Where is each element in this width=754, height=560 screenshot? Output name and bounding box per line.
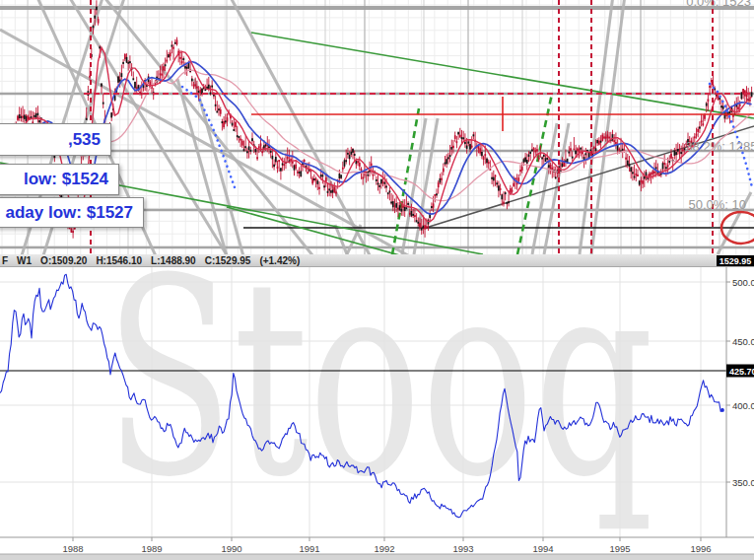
- fibonacci-label: 38.2%: 1285.: [685, 139, 754, 154]
- tooltip-text: aday low: $1527: [6, 203, 133, 223]
- change-value: (+1.42%): [259, 255, 300, 266]
- symbol-label: F: [2, 255, 8, 266]
- last-price-box: 1529.95: [717, 255, 754, 266]
- bottom-chart-canvas[interactable]: Stooq500.00450.00425.70400.00350.0019881…: [0, 254, 754, 560]
- tooltip-text: ,535: [68, 130, 101, 150]
- tooltip-text: low: $1524: [24, 170, 108, 189]
- x-axis-year-label: 1991: [299, 543, 319, 554]
- x-axis-year-label: 1995: [609, 543, 630, 554]
- bottom-chart-header: F W1 O:1509.20 H:1546.10 L:1488.90 C:152…: [0, 254, 754, 267]
- x-axis-year-label: 1994: [532, 543, 553, 554]
- x-axis-year-label: 1988: [62, 543, 83, 554]
- open-value: O:1509.20: [40, 255, 87, 266]
- top-chart-canvas[interactable]: 0.0%: 152338.2%: 1285.50.0%: 10 ,535 low…: [0, 0, 754, 254]
- stooq-watermark: Stooq: [105, 254, 654, 536]
- y-axis-marked-price: 425.70: [729, 367, 754, 377]
- screenshot-root: 0.0%: 152338.2%: 1285.50.0%: 10 ,535 low…: [0, 0, 754, 560]
- tooltip-callout-intraday-low: aday low: $1527: [0, 197, 144, 228]
- x-axis-year-label: 1996: [690, 543, 711, 554]
- interval-label: W1: [17, 255, 32, 266]
- x-axis-year-label: 1993: [452, 543, 473, 554]
- x-axis-year-label: 1989: [141, 543, 162, 554]
- close-value: C:1529.95: [205, 255, 251, 266]
- bottom-chart-drawing: Stooq500.00450.00425.70400.00350.0019881…: [0, 254, 754, 560]
- fibonacci-label: 50.0%: 10: [688, 197, 746, 212]
- tooltip-callout-high: ,535: [0, 123, 111, 156]
- high-value: H:1546.10: [96, 255, 142, 266]
- low-value: L:1488.90: [151, 255, 196, 266]
- x-axis-year-label: 1992: [374, 543, 394, 554]
- y-axis-label: 400.00: [732, 400, 754, 411]
- fibonacci-label: 0.0%: 1523: [686, 0, 751, 9]
- tooltip-callout-low: low: $1524: [0, 164, 119, 195]
- y-axis-label: 500.00: [732, 277, 754, 288]
- y-axis-label: 450.00: [732, 336, 754, 347]
- x-axis-year-label: 1990: [221, 543, 241, 554]
- y-axis-label: 350.00: [732, 477, 754, 488]
